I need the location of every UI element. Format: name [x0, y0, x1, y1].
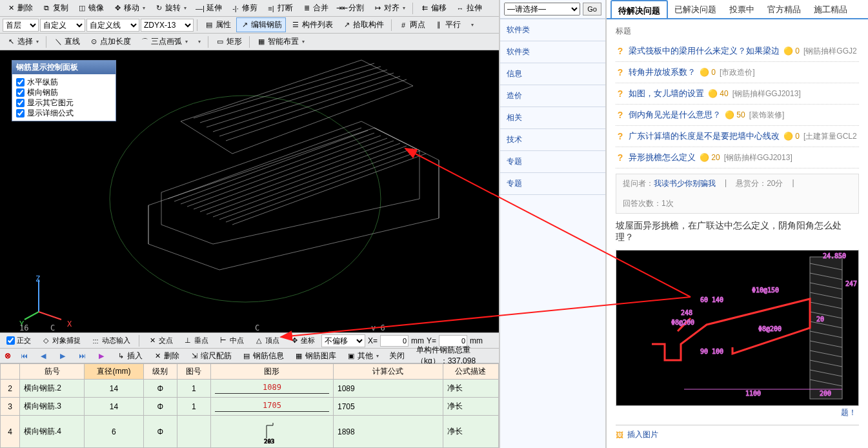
align-button[interactable]: ↦对齐▾: [369, 1, 409, 15]
ctrl-check-2[interactable]: [16, 99, 25, 107]
last-button[interactable]: ⏭: [74, 349, 90, 362]
col-formula[interactable]: 计算公式: [333, 364, 443, 380]
delete-button[interactable]: ✕删除: [3, 1, 37, 15]
mid-item-4[interactable]: 相关: [500, 107, 605, 129]
mid-toggle[interactable]: ⊢中点: [215, 334, 248, 347]
tab-voting[interactable]: 投票中: [723, 0, 761, 18]
col-fig[interactable]: 图号: [177, 364, 210, 380]
go-button[interactable]: Go: [583, 3, 601, 15]
move-button[interactable]: ✥移动▾: [109, 1, 149, 15]
line-button[interactable]: ＼直线: [50, 34, 84, 49]
edit-rebar-button[interactable]: ↗编辑钢筋: [236, 17, 286, 32]
tab-official[interactable]: 官方精品: [761, 0, 807, 18]
question-row[interactable]: ?广东计算墙的长度是不是要把墙中心线改🟡 0[土建算量GCL2: [616, 126, 859, 147]
play-button[interactable]: ▶: [93, 349, 110, 362]
mid-item-0[interactable]: 软件类: [500, 19, 605, 41]
asker-link[interactable]: 我读书少你别骗我: [654, 179, 716, 188]
ctrl-check-1[interactable]: [16, 88, 25, 97]
question-link[interactable]: 如图，女儿墙的设置: [629, 88, 704, 99]
table-insert-button[interactable]: ↳插入: [112, 349, 146, 363]
question-row[interactable]: ?梁式筏板中的梁用什么来定义？如果梁边🟡 0[钢筋抽样GGJ2: [616, 41, 859, 62]
arc3-button[interactable]: ⌒三点画弧▾: [136, 34, 192, 49]
col-desc[interactable]: 公式描述: [443, 364, 498, 380]
question-row[interactable]: ?转角井放坡系数？🟡 0[市政造价]: [616, 62, 859, 83]
pt-len-button[interactable]: ⊙点加长度: [85, 34, 135, 49]
question-link[interactable]: 转角井放坡系数？: [629, 66, 696, 78]
table-close-button[interactable]: 关闭: [385, 349, 409, 363]
table-row[interactable]: 3横向钢筋.314Φ117051705净长: [1, 398, 499, 416]
mid-category-select[interactable]: —请选择—: [504, 3, 580, 15]
rebar-display-panel[interactable]: 钢筋显示控制面板 水平纵筋横向钢筋显示其它图元显示详细公式: [12, 60, 116, 121]
mid-item-5[interactable]: 技术: [500, 128, 605, 151]
osnap-toggle[interactable]: ◇对象捕捉: [37, 334, 85, 347]
ortho-toggle[interactable]: 正交: [3, 334, 35, 347]
table-row[interactable]: 2横向钢筋.214Φ110891089净长: [1, 380, 499, 398]
custom-select[interactable]: 自定义: [40, 19, 85, 32]
col-shape[interactable]: 图形: [210, 364, 333, 380]
table-delete-button[interactable]: ✕删除: [149, 349, 183, 363]
question-row[interactable]: ?如图，女儿墙的设置🟡 40[钢筋抽样GGJ2013]: [616, 83, 859, 105]
rebar-lib-button[interactable]: ▦钢筋图库: [290, 349, 340, 363]
ctrl-check-0[interactable]: [16, 78, 25, 87]
close-x-button[interactable]: ⊗: [3, 349, 13, 362]
x-input[interactable]: [380, 335, 409, 347]
col-dia[interactable]: 直径(mm): [85, 364, 144, 380]
mid-item-1[interactable]: 软件类: [500, 41, 605, 63]
stretch-button[interactable]: ↔拉伸: [452, 1, 486, 15]
dyn-toggle[interactable]: :::动态输入: [87, 334, 134, 347]
mid-item-6[interactable]: 专题: [500, 150, 605, 173]
prop-button[interactable]: ▤属性: [201, 17, 235, 32]
ctrl-item-0[interactable]: 水平纵筋: [16, 77, 112, 87]
split-button[interactable]: ⇥⇤分割: [334, 1, 368, 15]
mid-item-3[interactable]: 造价: [500, 85, 605, 107]
coord-toggle[interactable]: ✥坐标: [286, 334, 319, 347]
custom-line-select[interactable]: 自定义线: [86, 19, 139, 32]
ctrl-item-3[interactable]: 显示详细公式: [16, 108, 112, 118]
apex-toggle[interactable]: △顶点: [250, 334, 283, 347]
code-select[interactable]: ZDYX-13: [141, 19, 194, 32]
prev-button[interactable]: ◀: [35, 349, 52, 362]
tab-solved[interactable]: 已解决问题: [668, 0, 723, 18]
scale-button[interactable]: ⇲缩尺配筋: [186, 349, 236, 363]
copy-button[interactable]: ⧉复制: [38, 1, 72, 15]
question-link[interactable]: 梁式筏板中的梁用什么来定义？如果梁边: [629, 45, 780, 57]
offset-select[interactable]: 不偏移: [321, 334, 365, 347]
dropdown-more[interactable]: ▾: [466, 20, 478, 30]
parallel-button[interactable]: ∥平行: [430, 17, 465, 32]
ortho-check[interactable]: [6, 336, 15, 345]
mid-item-2[interactable]: 信息: [500, 63, 605, 85]
more1-button[interactable]: ▾: [193, 37, 205, 46]
rotate-button[interactable]: ↻旋转▾: [150, 1, 190, 15]
other-button[interactable]: ▣其他▾: [343, 349, 383, 363]
next-button[interactable]: ▶: [54, 349, 71, 362]
tab-pending[interactable]: 待解决问题: [611, 0, 668, 18]
join-button[interactable]: ≣合并: [298, 1, 332, 15]
floor-select[interactable]: 首层: [3, 19, 39, 32]
mirror-button[interactable]: ◫镜像: [74, 1, 108, 15]
col-no[interactable]: 筋号: [20, 364, 85, 380]
question-link[interactable]: 异形挑檐怎么定义: [629, 152, 696, 163]
tab-build[interactable]: 施工精品: [807, 0, 854, 18]
offset-button[interactable]: ⇇偏移: [416, 1, 450, 15]
question-row[interactable]: ?异形挑檐怎么定义🟡 20[钢筋抽样GGJ2013]: [616, 147, 859, 168]
insert-pic-button[interactable]: 🖼 插入图片: [616, 425, 859, 444]
int-toggle[interactable]: ✕交点: [144, 334, 177, 347]
ctrl-check-3[interactable]: [16, 109, 25, 117]
mid-item-7[interactable]: 专题: [500, 172, 605, 195]
select-button[interactable]: ↖选择▾: [3, 34, 43, 49]
ctrl-item-1[interactable]: 横向钢筋: [16, 87, 112, 97]
pick-comp-button[interactable]: ↗拾取构件: [338, 17, 388, 32]
perp-toggle[interactable]: ⊥垂点: [179, 334, 212, 347]
ctrl-item-2[interactable]: 显示其它图元: [16, 97, 112, 108]
rect-button[interactable]: ▭矩形: [212, 34, 246, 49]
extend-button[interactable]: —|延伸: [192, 1, 226, 15]
table-row[interactable]: 4横向钢筋.46Φ2031898净长: [1, 416, 499, 448]
col-grade[interactable]: 级别: [143, 364, 177, 380]
break-button[interactable]: ≡|打断: [263, 1, 297, 15]
question-link[interactable]: 倒内角见光是什么意思？: [629, 109, 721, 121]
question-row[interactable]: ?倒内角见光是什么意思？🟡 50[装饰装修]: [616, 105, 859, 126]
smart-button[interactable]: ▦智能布置▾: [253, 34, 308, 49]
trim-button[interactable]: -|·修剪: [227, 1, 261, 15]
rebar-info-button[interactable]: ▤钢筋信息: [238, 349, 288, 363]
first-button[interactable]: ⏮: [15, 349, 32, 362]
